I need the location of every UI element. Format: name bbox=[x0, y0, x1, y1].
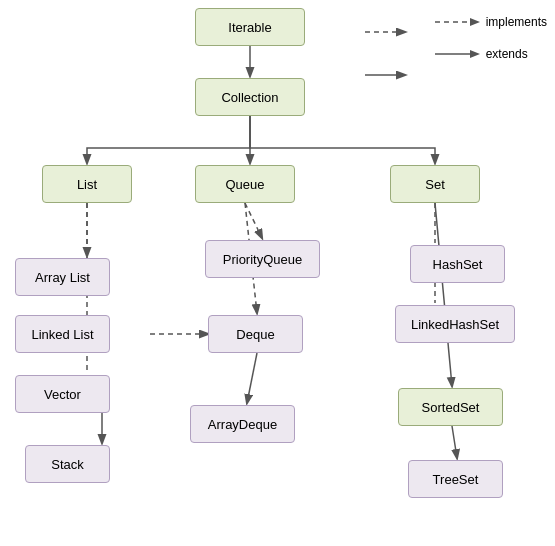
node-list: List bbox=[42, 165, 132, 203]
diagram-container: Iterable Collection List Queue Set Array… bbox=[0, 0, 555, 546]
node-vector: Vector bbox=[15, 375, 110, 413]
node-arraylist: Array List bbox=[15, 258, 110, 296]
svg-marker-21 bbox=[470, 18, 480, 26]
svg-line-8 bbox=[245, 203, 262, 238]
node-set: Set bbox=[390, 165, 480, 203]
node-stack: Stack bbox=[25, 445, 110, 483]
legend: implements extends bbox=[435, 15, 547, 79]
node-linkedlist: Linked List bbox=[15, 315, 110, 353]
node-priorityqueue: PriorityQueue bbox=[205, 240, 320, 278]
node-treeset: TreeSet bbox=[408, 460, 503, 498]
node-iterable: Iterable bbox=[195, 8, 305, 46]
node-deque: Deque bbox=[208, 315, 303, 353]
node-hashset: HashSet bbox=[410, 245, 505, 283]
node-sortedset: SortedSet bbox=[398, 388, 503, 426]
svg-line-10 bbox=[247, 353, 257, 403]
node-arraydeque: ArrayDeque bbox=[190, 405, 295, 443]
legend-extends: extends bbox=[435, 47, 547, 61]
svg-line-17 bbox=[452, 426, 457, 458]
svg-marker-23 bbox=[470, 50, 480, 58]
node-queue: Queue bbox=[195, 165, 295, 203]
node-linkedhashset: LinkedHashSet bbox=[395, 305, 515, 343]
legend-implements: implements bbox=[435, 15, 547, 29]
svg-line-16 bbox=[435, 203, 452, 386]
node-collection: Collection bbox=[195, 78, 305, 116]
